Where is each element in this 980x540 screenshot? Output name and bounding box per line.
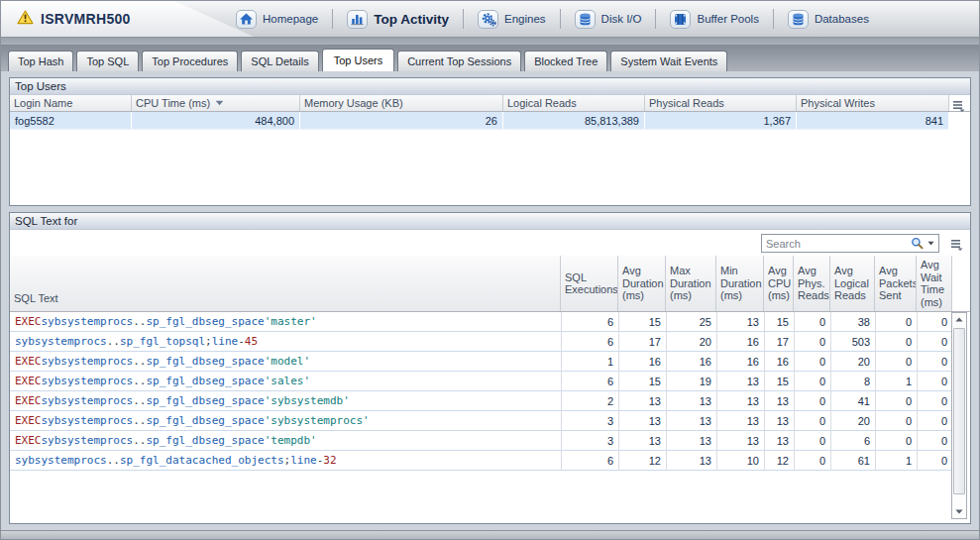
cell-login-name: fog5582 xyxy=(10,112,132,130)
sql-text-cell: sybsystemprocs..sp_fgl_topsql;line-45 xyxy=(10,332,561,352)
cell-sql-executions: 2 xyxy=(561,391,618,411)
sql-token: 45 xyxy=(245,335,258,348)
cell-avg-logical-reads: 6 xyxy=(830,431,875,451)
column-label: Memory Usage (KB) xyxy=(304,97,403,109)
cell-sql-executions: 1 xyxy=(561,352,618,372)
cell-avg-cpu-ms: 13 xyxy=(764,431,794,451)
sql-token: line xyxy=(212,335,239,348)
cell-avg-cpu-ms: 15 xyxy=(764,312,794,332)
sql-token: sp_fgl_dbseg_space xyxy=(146,414,264,427)
column-header-cpu-time-ms[interactable]: CPU Time (ms) xyxy=(132,95,300,111)
column-label: Physical Reads xyxy=(649,97,724,109)
top-users-row[interactable]: fog5582484,8002685,813,3891,367841 xyxy=(10,112,970,130)
sql-text-cell: EXEC sybsystemprocs..sp_fgl_dbseg_space … xyxy=(10,391,561,411)
column-header-avg-wait-time-ms[interactable]: Avg Wait Time (ms) xyxy=(917,256,952,311)
search-input[interactable] xyxy=(762,238,911,250)
cell-avg-packets-sent: 0 xyxy=(875,411,917,431)
database-icon xyxy=(788,10,809,29)
tab-top-hash[interactable]: Top Hash xyxy=(8,51,73,71)
sql-token: ; xyxy=(205,335,212,348)
cell-avg-duration-ms: 17 xyxy=(618,332,666,352)
column-chooser-icon[interactable] xyxy=(950,237,963,255)
sql-token: .. xyxy=(107,454,120,467)
sql-text-cell: EXEC sybsystemprocs..sp_fgl_dbseg_space … xyxy=(10,411,561,431)
sql-table-row[interactable]: sybsystemprocs..sp_fgl_datacached_object… xyxy=(10,451,970,471)
scroll-up-icon[interactable] xyxy=(952,313,966,326)
sql-token: sybsystemprocs xyxy=(42,434,134,447)
sql-table-row[interactable]: EXEC sybsystemprocs..sp_fgl_dbseg_space … xyxy=(10,431,970,451)
cell-avg-wait-time-ms: 0 xyxy=(917,372,952,391)
nav-disk-i-o[interactable]: Disk I/O xyxy=(566,8,651,31)
cell-avg-packets-sent: 0 xyxy=(875,352,917,372)
sql-table-row[interactable]: EXEC sybsystemprocs..sp_fgl_dbseg_space … xyxy=(10,312,970,332)
cell-min-duration-ms: 10 xyxy=(716,451,764,471)
column-header-login-name[interactable]: Login Name xyxy=(10,95,132,111)
sql-token: sp_fgl_topsql xyxy=(120,335,205,348)
column-header-min-duration-ms[interactable]: Min Duration (ms) xyxy=(716,256,764,311)
home-icon xyxy=(236,10,257,29)
cell-avg-cpu-ms: 16 xyxy=(764,352,794,372)
sql-table-row[interactable]: EXEC sybsystemprocs..sp_fgl_dbseg_space … xyxy=(10,352,970,372)
column-label: SQL Text xyxy=(14,292,58,305)
column-header-physical-writes[interactable]: Physical Writes xyxy=(797,95,949,111)
tab-current-top-sessions[interactable]: Current Top Sessions xyxy=(397,51,521,71)
sql-token: 'sybsystemdb' xyxy=(265,394,350,407)
tab-system-wait-events[interactable]: System Wait Events xyxy=(610,51,727,71)
warning-icon xyxy=(17,10,34,29)
column-header-avg-cpu-ms[interactable]: Avg CPU (ms) xyxy=(764,256,794,311)
scroll-down-icon[interactable] xyxy=(952,505,966,518)
search-icon xyxy=(911,237,924,250)
column-header-sql-text[interactable]: SQL Text xyxy=(10,256,561,311)
vertical-scrollbar[interactable] xyxy=(951,312,967,519)
nav-divider xyxy=(655,9,656,29)
tab-top-procedures[interactable]: Top Procedures xyxy=(142,51,238,71)
sql-token: sp_fgl_dbseg_space xyxy=(146,375,264,387)
column-chooser-icon[interactable] xyxy=(952,98,965,116)
sql-token: line xyxy=(290,454,317,467)
cell-avg-phys-reads: 0 xyxy=(794,391,830,411)
cell-min-duration-ms: 13 xyxy=(716,431,764,451)
cell-avg-phys-reads: 0 xyxy=(794,352,830,372)
cell-avg-packets-sent: 0 xyxy=(875,312,917,332)
sql-table-row[interactable]: EXEC sybsystemprocs..sp_fgl_dbseg_space … xyxy=(10,391,970,411)
sql-token: sybsystemprocs xyxy=(42,375,134,387)
tab-top-users[interactable]: Top Users xyxy=(322,49,395,71)
nav-engines[interactable]: Engines xyxy=(469,8,555,31)
cell-avg-cpu-ms: 13 xyxy=(764,391,794,411)
sql-text-cell: EXEC sybsystemprocs..sp_fgl_dbseg_space … xyxy=(10,431,561,451)
nav-buffer-pools[interactable]: Buffer Pools xyxy=(661,8,767,31)
sql-table-row[interactable]: sybsystemprocs..sp_fgl_topsql;line-45617… xyxy=(10,332,970,352)
header-separator-strip xyxy=(1,37,979,45)
cell-avg-duration-ms: 13 xyxy=(618,411,666,431)
column-header-sql-executions[interactable]: SQL Executions xyxy=(561,256,618,311)
column-header-memory-usage-kb[interactable]: Memory Usage (KB) xyxy=(300,95,503,111)
sql-table-row[interactable]: EXEC sybsystemprocs..sp_fgl_dbseg_space … xyxy=(10,411,970,431)
sql-table-row[interactable]: EXEC sybsystemprocs..sp_fgl_dbseg_space … xyxy=(10,372,970,391)
scrollbar-thumb[interactable] xyxy=(953,328,965,494)
cell-cpu-time-ms: 484,800 xyxy=(132,112,300,130)
search-button[interactable] xyxy=(911,237,938,250)
column-header-physical-reads[interactable]: Physical Reads xyxy=(645,95,797,111)
cell-avg-phys-reads: 0 xyxy=(794,411,830,431)
tab-blocked-tree[interactable]: Blocked Tree xyxy=(524,51,607,71)
column-header-avg-logical-reads[interactable]: Avg Logical Reads xyxy=(830,256,875,311)
column-header-max-duration-ms[interactable]: Max Duration (ms) xyxy=(666,256,716,311)
status-strip xyxy=(1,530,979,539)
column-header-logical-reads[interactable]: Logical Reads xyxy=(503,95,645,111)
chart-icon xyxy=(347,10,368,29)
nav-top-activity[interactable]: Top Activity xyxy=(338,8,458,31)
column-header-avg-packets-sent[interactable]: Avg Packets Sent xyxy=(875,256,917,311)
nav-homepage[interactable]: Homepage xyxy=(227,8,327,31)
cell-avg-packets-sent: 1 xyxy=(875,451,917,471)
sql-token: 'master' xyxy=(265,315,317,328)
nav-databases[interactable]: Databases xyxy=(779,8,878,31)
tab-top-sql[interactable]: Top SQL xyxy=(76,51,139,71)
column-header-avg-duration-ms[interactable]: Avg Duration (ms) xyxy=(618,256,666,311)
cell-avg-wait-time-ms: 0 xyxy=(917,312,952,332)
cell-avg-packets-sent: 0 xyxy=(875,332,917,352)
column-label: Login Name xyxy=(14,97,72,109)
column-header-avg-phys-reads[interactable]: Avg Phys. Reads xyxy=(794,256,830,311)
nav-divider xyxy=(332,9,333,29)
tab-sql-details[interactable]: SQL Details xyxy=(241,51,318,71)
sql-text-cell: EXEC sybsystemprocs..sp_fgl_dbseg_space … xyxy=(10,312,561,332)
